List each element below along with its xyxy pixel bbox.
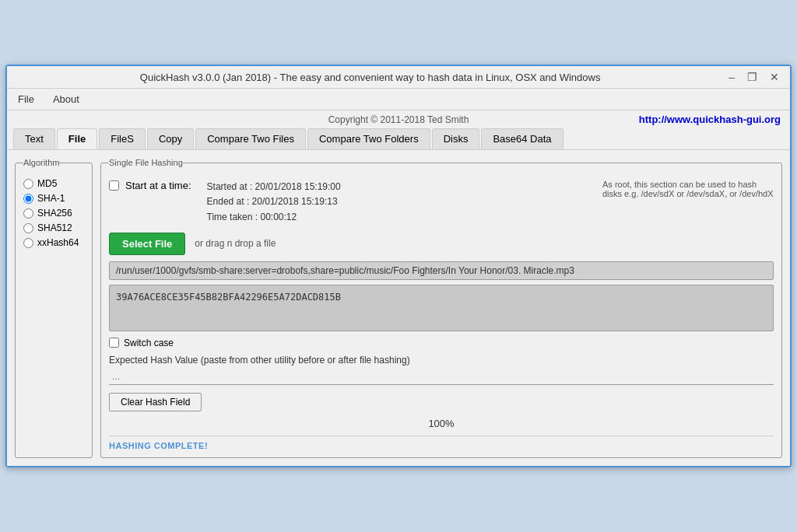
algorithm-radio-group: MD5 SHA-1 SHA256 SHA512 xxHash64	[23, 178, 84, 248]
progress-display: 100%	[109, 418, 774, 429]
menubar: File About	[7, 89, 790, 110]
single-file-legend: Single File Hashing	[109, 158, 183, 167]
algo-md5-radio[interactable]	[23, 179, 33, 189]
started-text: Started at : 20/01/2018 15:19:00	[207, 180, 341, 194]
clear-hash-button[interactable]: Clear Hash Field	[109, 393, 202, 411]
side-note: As root, this section can be used to has…	[602, 180, 774, 198]
algo-sha256-radio[interactable]	[23, 208, 33, 219]
header-row: Copyright © 2011-2018 Ted Smith http://w…	[7, 110, 790, 128]
file-path-input[interactable]	[109, 261, 774, 280]
algo-sha512[interactable]: SHA512	[23, 222, 84, 233]
algo-sha1[interactable]: SHA-1	[23, 193, 84, 204]
tab-compare-two-files[interactable]: Compare Two Files	[195, 128, 306, 149]
algo-sha512-radio[interactable]	[23, 223, 33, 233]
select-file-row: Select File or drag n drop a file	[109, 233, 774, 255]
tab-bar: Text File FileS Copy Compare Two Files C…	[7, 128, 790, 150]
tab-copy[interactable]: Copy	[147, 128, 194, 149]
tab-files[interactable]: FileS	[99, 128, 146, 149]
single-file-panel: Single File Hashing Start at a time: Sta…	[100, 158, 782, 458]
menu-file[interactable]: File	[15, 92, 37, 107]
start-at-row: Start at a time:	[109, 180, 191, 191]
main-content: Algorithm MD5 SHA-1 SHA256 SHA512	[7, 150, 790, 466]
main-panel: Algorithm MD5 SHA-1 SHA256 SHA512	[15, 158, 782, 458]
tab-compare-two-folders[interactable]: Compare Two Folders	[307, 128, 430, 149]
start-at-label: Start at a time:	[125, 180, 191, 191]
time-info: Started at : 20/01/2018 15:19:00 Ended a…	[207, 180, 341, 225]
algorithm-legend: Algorithm	[23, 158, 59, 167]
switch-case-row: Switch case	[109, 338, 774, 348]
tab-base64-data[interactable]: Base64 Data	[481, 128, 563, 149]
drag-drop-label: or drag n drop a file	[195, 238, 276, 249]
hash-output: 39A76ACE8CE35F45B82BFA42296E5A72DACD815B	[109, 285, 774, 331]
status-bar: HASHING COMPLETE!	[109, 436, 774, 451]
status-text: HASHING COMPLETE!	[109, 441, 208, 450]
window-controls: – ❐ ✕	[725, 71, 782, 83]
maximize-button[interactable]: ❐	[744, 71, 760, 83]
select-file-button[interactable]: Select File	[109, 233, 185, 255]
main-window: QuickHash v3.0.0 (Jan 2018) - The easy a…	[5, 65, 792, 467]
algo-xxhash64-radio[interactable]	[23, 238, 33, 248]
tab-disks[interactable]: Disks	[432, 128, 480, 149]
algorithm-panel: Algorithm MD5 SHA-1 SHA256 SHA512	[15, 158, 93, 458]
time-taken-text: Time taken : 00:00:12	[207, 210, 341, 225]
close-button[interactable]: ✕	[767, 71, 782, 83]
expected-hash-label: Expected Hash Value (paste from other ut…	[109, 355, 774, 366]
window-title: QuickHash v3.0.0 (Jan 2018) - The easy a…	[15, 72, 725, 83]
minimize-button[interactable]: –	[725, 71, 738, 83]
menu-about[interactable]: About	[50, 92, 83, 107]
top-section: Start at a time: Started at : 20/01/2018…	[109, 180, 774, 225]
tab-text[interactable]: Text	[13, 128, 55, 149]
start-time-section: Start at a time:	[109, 180, 191, 194]
switch-case-label: Switch case	[124, 338, 174, 348]
algo-sha1-radio[interactable]	[23, 194, 33, 204]
algo-sha256[interactable]: SHA256	[23, 208, 84, 219]
start-at-checkbox[interactable]	[109, 180, 119, 191]
copyright-text: Copyright © 2011-2018 Ted Smith	[328, 114, 469, 125]
algo-xxhash64[interactable]: xxHash64	[23, 237, 84, 248]
tab-file[interactable]: File	[57, 128, 97, 149]
title-bar: QuickHash v3.0.0 (Jan 2018) - The easy a…	[7, 66, 790, 89]
expected-hash-input[interactable]	[109, 369, 774, 385]
website-link[interactable]: http://www.quickhash-gui.org	[639, 114, 781, 125]
switch-case-checkbox[interactable]	[109, 338, 119, 348]
ended-text: Ended at : 20/01/2018 15:19:13	[207, 194, 341, 209]
algo-md5[interactable]: MD5	[23, 178, 84, 189]
